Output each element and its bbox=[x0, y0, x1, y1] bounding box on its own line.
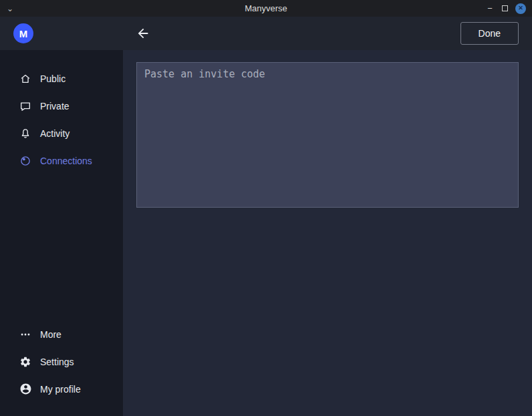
window-menu-chevron-icon[interactable]: ⌄ bbox=[7, 5, 13, 12]
connections-icon bbox=[19, 154, 32, 168]
sidebar: Public Private Activity Connections bbox=[0, 50, 123, 416]
close-icon[interactable]: ✕ bbox=[515, 3, 526, 14]
logo-zone: M bbox=[0, 23, 123, 43]
sidebar-item-connections[interactable]: Connections bbox=[0, 147, 123, 174]
sidebar-item-label: Connections bbox=[40, 156, 92, 166]
profile-icon bbox=[19, 383, 32, 396]
titlebar: ⌄ Manyverse − ✕ bbox=[0, 0, 532, 17]
minimize-icon[interactable]: − bbox=[483, 4, 497, 13]
body-row: Public Private Activity Connections bbox=[0, 50, 532, 416]
sidebar-item-activity[interactable]: Activity bbox=[0, 120, 123, 147]
back-button[interactable] bbox=[134, 25, 152, 42]
sidebar-item-label: Private bbox=[40, 101, 70, 112]
sidebar-item-label: Activity bbox=[40, 128, 70, 139]
window-title: Manyverse bbox=[0, 3, 532, 13]
done-button[interactable]: Done bbox=[460, 22, 519, 45]
sidebar-item-settings[interactable]: Settings bbox=[0, 348, 123, 375]
home-icon bbox=[19, 72, 32, 85]
sidebar-item-label: Settings bbox=[40, 357, 74, 367]
chat-bubble-icon bbox=[19, 99, 32, 113]
sidebar-item-label: My profile bbox=[40, 384, 81, 395]
sidebar-item-label: Public bbox=[40, 73, 65, 84]
gear-icon bbox=[19, 355, 32, 369]
manyverse-window: ⌄ Manyverse − ✕ M Done Public bbox=[0, 0, 532, 416]
back-arrow-icon bbox=[136, 26, 150, 41]
sidebar-item-private[interactable]: Private bbox=[0, 92, 123, 120]
sidebar-item-public[interactable]: Public bbox=[0, 65, 123, 92]
more-dots-icon bbox=[19, 328, 32, 341]
main-content bbox=[123, 50, 532, 416]
window-controls: − ✕ bbox=[483, 3, 532, 14]
bell-icon bbox=[19, 127, 32, 140]
manyverse-logo[interactable]: M bbox=[13, 23, 33, 43]
app-header: M Done bbox=[0, 17, 532, 50]
sidebar-item-more[interactable]: More bbox=[0, 321, 123, 348]
sidebar-item-label: More bbox=[40, 329, 61, 340]
sidebar-spacer bbox=[0, 174, 123, 321]
restore-icon[interactable] bbox=[497, 5, 512, 11]
invite-code-input[interactable] bbox=[136, 62, 519, 208]
sidebar-item-my-profile[interactable]: My profile bbox=[0, 375, 123, 403]
